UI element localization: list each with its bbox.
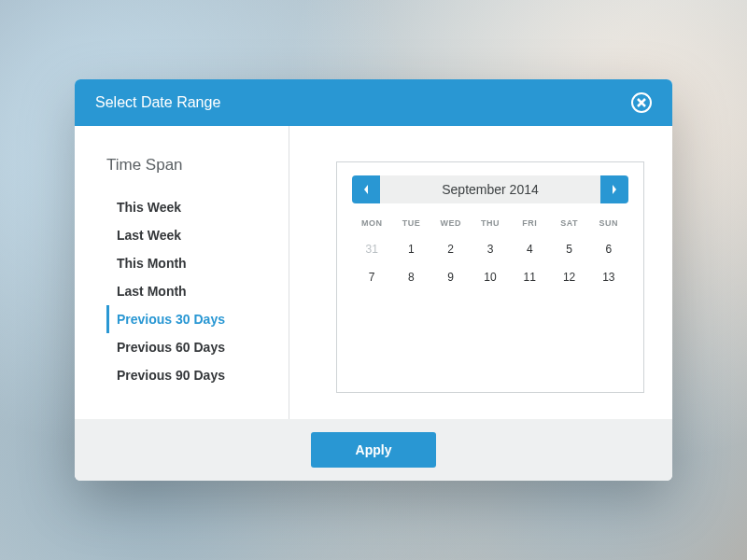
prev-month-button[interactable] (352, 175, 380, 203)
calendar-day[interactable]: 16 (431, 291, 471, 319)
calendar-header: September 2014 (352, 175, 628, 203)
preset-item[interactable]: Previous 30 Days (106, 305, 261, 333)
calendar-day[interactable]: 3 (471, 235, 510, 263)
preset-list: This WeekLast WeekThis MonthLast MonthPr… (106, 193, 261, 389)
date-range-modal: Select Date Range Time Span This WeekLas… (75, 79, 672, 481)
weekday-label: WED (431, 218, 471, 235)
calendar-day[interactable]: 4 (510, 235, 549, 263)
calendar-day[interactable]: 14 (352, 291, 391, 319)
weekday-label: FRI (510, 218, 549, 235)
calendar-day[interactable]: 7 (352, 263, 391, 291)
modal-header: Select Date Range (75, 79, 672, 126)
calendar-day[interactable]: 5 (549, 235, 588, 263)
sidebar-heading: Time Span (106, 156, 261, 175)
calendar-day[interactable]: 17 (471, 291, 510, 319)
weekday-label: MON (352, 218, 391, 235)
weekday-label: SAT (549, 218, 588, 235)
calendar-day[interactable]: 20 (589, 291, 628, 319)
preset-item[interactable]: Previous 90 Days (106, 361, 261, 389)
calendar-day[interactable]: 25 (510, 319, 549, 347)
weekday-label: THU (471, 218, 510, 235)
calendar-day[interactable]: 1 (391, 235, 430, 263)
calendar-day[interactable]: 15 (391, 291, 430, 319)
calendar-day[interactable]: 30 (431, 347, 471, 375)
sidebar: Time Span This WeekLast WeekThis MonthLa… (75, 126, 289, 419)
modal-title: Select Date Range (95, 94, 220, 111)
calendar-day[interactable]: 23 (431, 319, 471, 347)
weekday-label: SUN (589, 218, 628, 235)
preset-item[interactable]: Last Month (106, 277, 261, 305)
preset-item[interactable]: This Month (106, 249, 261, 277)
close-button[interactable] (631, 92, 652, 113)
calendar-day[interactable]: 13 (589, 263, 628, 291)
modal-footer: Apply (75, 419, 672, 481)
calendar-day[interactable]: 10 (471, 263, 510, 291)
calendar-day[interactable]: 26 (549, 319, 588, 347)
chevron-left-icon (362, 185, 370, 194)
month-label: September 2014 (380, 182, 600, 197)
close-icon (637, 98, 646, 107)
calendar-day[interactable]: 28 (352, 347, 391, 375)
calendar: September 2014 MONTUEWEDTHUFRISATSUN3112… (336, 161, 644, 393)
calendar-day[interactable]: 31 (352, 235, 391, 263)
calendar-day[interactable]: 18 (510, 291, 549, 319)
calendar-day[interactable]: 8 (391, 263, 430, 291)
chevron-right-icon (611, 185, 618, 194)
calendar-day[interactable]: 31 (471, 347, 510, 375)
calendar-day[interactable]: 2 (431, 235, 471, 263)
preset-item[interactable]: Previous 60 Days (106, 333, 261, 361)
calendar-day[interactable]: 29 (391, 347, 430, 375)
calendar-day[interactable]: 9 (431, 263, 471, 291)
calendar-day[interactable]: 21 (352, 319, 391, 347)
calendar-day[interactable]: 24 (471, 319, 510, 347)
calendar-day[interactable]: 19 (549, 291, 588, 319)
calendar-day[interactable]: 11 (510, 263, 549, 291)
weekday-label: TUE (391, 218, 430, 235)
preset-item[interactable]: This Week (106, 193, 261, 221)
calendar-panel: September 2014 MONTUEWEDTHUFRISATSUN3112… (289, 126, 672, 419)
calendar-day[interactable]: 22 (391, 319, 430, 347)
next-month-button[interactable] (600, 175, 628, 203)
calendar-day[interactable]: 27 (589, 319, 628, 347)
calendar-day[interactable]: 12 (549, 263, 588, 291)
apply-button[interactable]: Apply (311, 432, 437, 468)
calendar-grid: MONTUEWEDTHUFRISATSUN3112345678910111213… (352, 218, 628, 375)
modal-body: Time Span This WeekLast WeekThis MonthLa… (75, 126, 672, 419)
calendar-day[interactable]: 6 (589, 235, 628, 263)
preset-item[interactable]: Last Week (106, 221, 261, 249)
